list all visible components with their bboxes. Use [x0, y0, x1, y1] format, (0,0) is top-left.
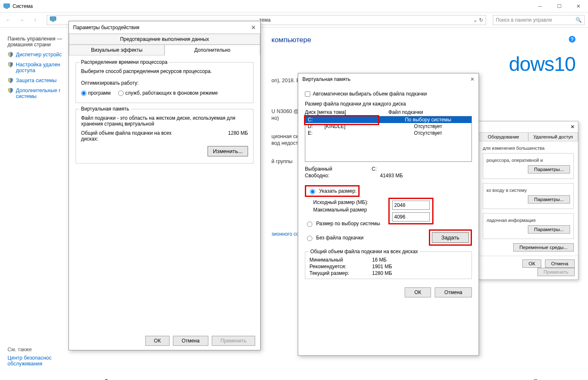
sidebar-item-label: Защита системы [16, 78, 56, 83]
sp-apply-button[interactable]: Применить [537, 268, 575, 276]
vm-cancel-button[interactable]: Отмена [435, 287, 472, 297]
windows10-logo: dows10 [509, 53, 575, 75]
max-size-input[interactable] [392, 212, 430, 221]
window-controls: ─ ☐ ✕ [530, 0, 588, 13]
drive-pf: Отсутствует [387, 123, 469, 129]
maximize-button[interactable]: ☐ [550, 0, 569, 13]
shield-icon [8, 62, 13, 68]
radio-programs-label: программ [88, 90, 111, 96]
sp-group-startup: ладочная информация Параметры... [483, 213, 574, 239]
virtual-memory-dialog: Виртуальная память ✕ Автоматически выбир… [298, 73, 479, 356]
performance-options-dialog: Параметры быстродействия ✕ Предотвращени… [68, 21, 261, 350]
perf-apply-button[interactable]: Применить [212, 336, 255, 346]
drive-pf: Отсутствует [387, 130, 469, 136]
drive-row-e[interactable]: E: Отсутствует [305, 130, 471, 136]
svg-rect-1 [5, 8, 8, 9]
activation-link[interactable]: зионного со [271, 231, 299, 237]
sp-ok-button[interactable]: ОК [522, 259, 542, 268]
titlebar: Система ─ ☐ ✕ [0, 0, 588, 13]
drive-label [324, 117, 387, 123]
radio-services-input[interactable] [118, 91, 124, 96]
radio-programs-input[interactable] [81, 91, 86, 96]
close-icon[interactable]: ✕ [251, 24, 256, 31]
auto-manage-row[interactable]: Автоматически выбирать объем файла подка… [305, 91, 472, 97]
vm-ok-button[interactable]: ОК [405, 287, 431, 297]
auto-manage-checkbox[interactable] [305, 91, 310, 97]
sidebar-item-label: Настройка удален доступа [16, 62, 60, 73]
sidebar-item-label: Диспетчер устройс [16, 52, 62, 58]
drive-letter: C: [308, 117, 324, 123]
selected-label: Выбранный [305, 166, 372, 172]
addr-icon [50, 16, 56, 24]
footer-link[interactable]: Центр безопаснос обслуживания [8, 355, 52, 367]
radio-no-pagefile[interactable]: Без файла подкачки [305, 234, 363, 241]
close-icon[interactable]: ✕ [470, 76, 474, 82]
radio-custom-size[interactable]: Указать размер: [305, 185, 360, 197]
virtual-memory-group: Виртуальная память Файл подкачки - это о… [76, 109, 253, 164]
tab-remote[interactable]: Удаленный доступ [528, 132, 578, 141]
params-button-perf[interactable]: Параметры... [528, 165, 570, 174]
max-size-label: Максимальный размер [313, 207, 388, 213]
system-icon [3, 3, 10, 10]
initial-size-label: Исходный размер (МБ): [313, 199, 388, 205]
drive-pf: По выбору системы [387, 117, 469, 123]
cpu-group-title: Распределение времени процессора [79, 59, 169, 65]
close-icon[interactable]: ✕ [570, 124, 575, 130]
perf-cancel-button[interactable]: Отмена [173, 336, 208, 346]
search-box[interactable]: Поиск в панели управле 🔍 [493, 15, 585, 25]
params-button-startup[interactable]: Параметры... [528, 225, 570, 234]
change-button[interactable]: Изменить... [208, 146, 248, 156]
minimize-button[interactable]: ─ [530, 0, 550, 13]
sp-cancel-button[interactable]: Отмена [545, 259, 575, 268]
totals-title: Общий объем файла подкачки на всех диска… [309, 249, 420, 254]
bottom-note: Оценки соответствуют текущему состоянию … [104, 378, 260, 380]
radio-programs[interactable]: программ [81, 90, 111, 96]
sidebar-item-label: Дополнительные г системы [16, 88, 61, 99]
refresh-link[interactable]: Повторить оценку [534, 378, 575, 380]
back-button[interactable]: ← [3, 15, 13, 25]
system-properties-dialog: ✕ Оборудование Удаленный доступ для изме… [478, 121, 578, 280]
radio-none-input[interactable] [307, 236, 312, 241]
perf-titlebar: Параметры быстродействия ✕ [69, 21, 260, 34]
radio-services-label: служб, работающих в фоновом режиме [125, 90, 218, 96]
rec-label: Рекомендуется: [309, 264, 372, 269]
radio-system-label: Размер по выбору системы [316, 221, 380, 226]
close-button[interactable]: ✕ [569, 0, 588, 13]
drive-list[interactable]: C: По выбору системы D: [KINDLE] Отсутст… [305, 116, 472, 162]
drive-row-c[interactable]: C: По выбору системы [305, 116, 471, 123]
min-value: 16 МБ [372, 257, 387, 263]
addr-dropdown-icon[interactable]: ⌄ [473, 17, 477, 23]
sp-group-desc: ко входу в систему [487, 188, 570, 193]
highlight-box-set: Задать [429, 229, 472, 246]
radio-services[interactable]: служб, работающих в фоновом режиме [118, 90, 218, 96]
tab-visual-effects[interactable]: Визуальные эффекты [69, 45, 165, 55]
shield-icon [8, 88, 13, 93]
col-pagefile: Файл подкачки [388, 109, 423, 115]
perf-title-text: Параметры быстродействия [73, 25, 139, 30]
forward-button[interactable]: → [17, 15, 27, 25]
drive-row-d[interactable]: D: [KINDLE] Отсутствует [305, 123, 471, 130]
up-button[interactable]: ↑ [30, 15, 40, 25]
params-button-profiles[interactable]: Параметры... [528, 195, 570, 204]
radio-custom-input[interactable] [310, 189, 315, 194]
refresh-icon[interactable]: ↻ [479, 17, 483, 23]
tab-advanced[interactable]: Дополнительно [165, 45, 260, 55]
env-vars-button[interactable]: Переменные среды... [513, 243, 574, 252]
svg-rect-2 [50, 17, 56, 20]
tab-dep[interactable]: Предотвращение выполнения данных [69, 34, 260, 45]
radio-system-input[interactable] [307, 221, 312, 227]
addr-text: тема [259, 17, 271, 23]
vm-total-label: Общий объем файла подкачки на всех диска… [81, 130, 190, 142]
vm-titlebar: Виртуальная память ✕ [298, 73, 479, 85]
perf-ok-button[interactable]: ОК [145, 336, 170, 346]
tab-hardware[interactable]: Оборудование [479, 132, 528, 141]
col-drive: Диск [метка тома] [305, 109, 388, 115]
cur-label: Текущий размер: [309, 270, 372, 276]
initial-size-input[interactable] [392, 201, 430, 210]
radio-custom-label: Указать размер: [319, 188, 357, 194]
set-button[interactable]: Задать [432, 232, 469, 243]
free-value: 41493 МБ [380, 173, 403, 179]
sp-tabs: Оборудование Удаленный доступ [479, 132, 578, 141]
help-icon[interactable]: ? [569, 36, 575, 43]
drive-label: [KINDLE] [324, 123, 387, 129]
